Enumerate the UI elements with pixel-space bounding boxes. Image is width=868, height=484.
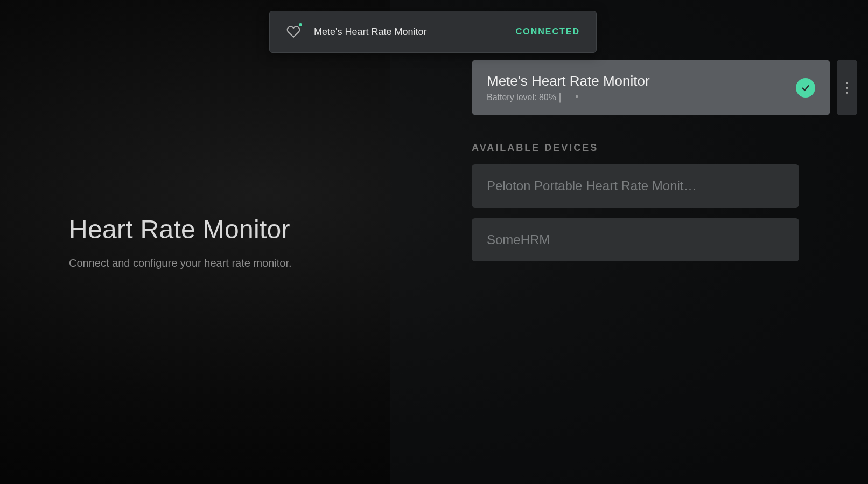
battery-icon <box>559 93 576 102</box>
toast-device-name: Mete's Heart Rate Monitor <box>314 26 503 38</box>
available-device-name: SomeHRM <box>487 232 784 247</box>
available-device-name: Peloton Portable Heart Rate Monit… <box>487 178 784 193</box>
saved-device-more-button[interactable] <box>837 60 857 115</box>
page-title: Heart Rate Monitor <box>69 215 434 244</box>
heart-icon <box>286 24 301 39</box>
available-device-item[interactable]: Peloton Portable Heart Rate Monit… <box>472 164 799 208</box>
saved-device-card[interactable]: Mete's Heart Rate Monitor Battery level:… <box>472 60 830 115</box>
available-device-item[interactable]: SomeHRM <box>472 218 799 261</box>
saved-device-name: Mete's Heart Rate Monitor <box>487 73 650 89</box>
connected-toast: Mete's Heart Rate Monitor CONNECTED <box>269 11 597 53</box>
toast-status: CONNECTED <box>516 27 580 37</box>
connected-check-icon <box>796 78 815 98</box>
more-vertical-icon <box>846 82 848 94</box>
status-dot-icon <box>299 23 302 26</box>
saved-device-battery-label: Battery level: 80% <box>487 93 556 102</box>
available-devices-section-label: AVAILABLE DEVICES <box>472 142 857 154</box>
left-pane: Heart Rate Monitor Connect and configure… <box>0 0 434 484</box>
page-subtitle: Connect and configure your heart rate mo… <box>69 257 434 269</box>
right-pane: SAVED DEVICE Mete's Heart Rate Monitor B… <box>434 0 868 484</box>
